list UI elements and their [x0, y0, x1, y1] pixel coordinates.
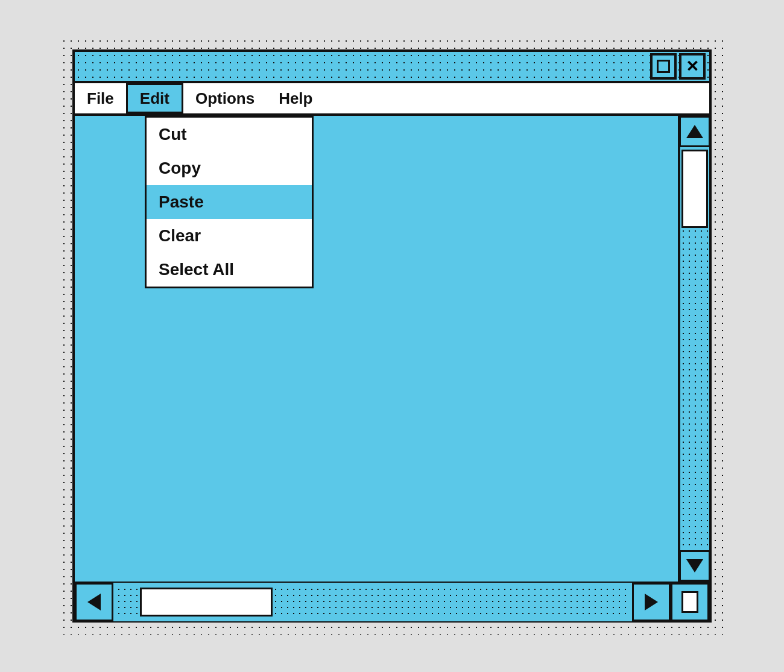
restore-icon	[657, 60, 670, 73]
h-scroll-thumb[interactable]	[140, 588, 273, 617]
main-area: Cut Copy Paste Clear Select All	[75, 116, 709, 582]
title-bar: ✕	[75, 52, 709, 83]
scroll-track-v	[680, 147, 709, 550]
restore-button[interactable]	[650, 53, 677, 80]
scroll-thumb-v[interactable]	[681, 150, 708, 228]
menu-options[interactable]: Options	[183, 83, 267, 113]
menu-bar: File Edit Options Help	[75, 83, 709, 116]
corner-button[interactable]	[671, 583, 709, 621]
close-icon: ✕	[686, 57, 699, 76]
scroll-left-button[interactable]	[75, 583, 113, 621]
scroll-right-icon	[645, 594, 658, 610]
scroll-up-button[interactable]	[679, 116, 710, 147]
close-button[interactable]: ✕	[679, 53, 706, 80]
h-track-dots-left	[116, 586, 140, 618]
menu-help-label: Help	[279, 89, 312, 108]
edit-dropdown-menu: Cut Copy Paste Clear Select All	[145, 116, 314, 288]
menu-item-select-all[interactable]: Select All	[147, 253, 312, 287]
menu-file[interactable]: File	[75, 83, 126, 113]
h-scroll-track	[113, 583, 632, 621]
scroll-track-dots	[680, 228, 709, 548]
h-track-dots-right	[273, 586, 630, 618]
scroll-up-icon	[686, 125, 703, 138]
vertical-scrollbar	[678, 116, 709, 582]
menu-item-clear[interactable]: Clear	[147, 219, 312, 253]
scroll-down-icon	[686, 559, 703, 572]
title-bar-buttons: ✕	[650, 53, 706, 80]
menu-help[interactable]: Help	[267, 83, 324, 113]
menu-item-cut[interactable]: Cut	[147, 118, 312, 151]
scroll-right-button[interactable]	[632, 583, 671, 621]
content-area: Cut Copy Paste Clear Select All	[75, 116, 678, 582]
horizontal-scrollbar	[75, 582, 709, 620]
menu-options-label: Options	[195, 89, 254, 108]
menu-file-label: File	[87, 89, 114, 108]
main-window: ✕ File Edit Options Help	[72, 49, 712, 623]
scroll-left-icon	[87, 594, 101, 610]
corner-icon	[681, 591, 698, 613]
scroll-down-button[interactable]	[679, 550, 710, 582]
menu-item-copy[interactable]: Copy	[147, 151, 312, 185]
menu-edit[interactable]: Edit	[126, 83, 183, 113]
menu-edit-label: Edit	[140, 89, 169, 108]
menu-item-paste[interactable]: Paste	[147, 185, 312, 219]
